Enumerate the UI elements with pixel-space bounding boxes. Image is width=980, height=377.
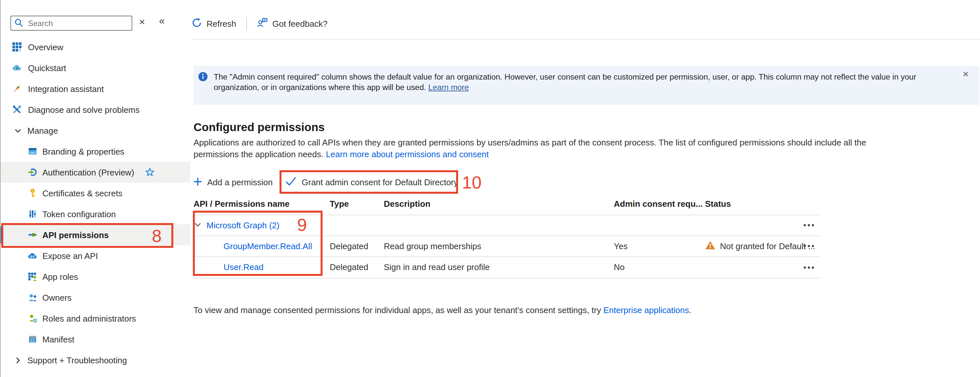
sidebar-collapse-icon[interactable]: « bbox=[159, 15, 165, 27]
sidebar-item-label: Owners bbox=[42, 292, 72, 302]
chevron-down-icon bbox=[14, 127, 22, 134]
sidebar-group-manage[interactable]: Manage bbox=[1, 120, 190, 141]
sidebar-item-overview[interactable]: Overview bbox=[1, 37, 190, 58]
quickstart-icon bbox=[13, 63, 22, 72]
permissions-consent-link[interactable]: Learn more about permissions and consent bbox=[326, 149, 489, 159]
column-header-api-permissions-name: API / Permissions name bbox=[194, 199, 290, 209]
chevron-right-icon bbox=[14, 356, 22, 364]
sidebar-item-label: API permissions bbox=[42, 230, 109, 240]
sidebar-item-label: Expose an API bbox=[42, 251, 98, 260]
table-row-microsoft-graph[interactable]: Microsoft Graph (2) ••• bbox=[194, 215, 820, 235]
sidebar-item-label: Manifest bbox=[42, 334, 74, 344]
banner-learn-more-link[interactable]: Learn more bbox=[428, 83, 469, 92]
column-header-type: Type bbox=[330, 199, 349, 209]
search-input[interactable] bbox=[10, 16, 132, 31]
grant-admin-consent-button[interactable]: Grant admin consent for Default Director… bbox=[280, 171, 458, 194]
sidebar-item-manifest[interactable]: {} Manifest bbox=[1, 329, 190, 350]
sidebar-item-token-configuration[interactable]: Token configuration bbox=[1, 203, 190, 224]
svg-text:www: www bbox=[30, 151, 35, 154]
sidebar-item-branding-properties[interactable]: www Branding & properties bbox=[1, 141, 190, 162]
sidebar-nav: Overview Quickstart Integration assistan… bbox=[1, 37, 190, 371]
permission-description: Sign in and read user profile bbox=[384, 262, 490, 272]
refresh-label: Refresh bbox=[207, 19, 236, 29]
sidebar-item-authentication[interactable]: Authentication (Preview) bbox=[1, 162, 190, 183]
api-name-link[interactable]: Microsoft Graph (2) bbox=[207, 220, 280, 230]
feedback-label: Got feedback? bbox=[272, 19, 328, 29]
enterprise-applications-link[interactable]: Enterprise applications bbox=[603, 305, 689, 315]
got-feedback-button[interactable]: Got feedback? bbox=[257, 17, 328, 31]
annotation-number-9: 9 bbox=[297, 215, 307, 235]
permission-name-link[interactable]: User.Read bbox=[223, 262, 264, 272]
favorite-star-icon[interactable] bbox=[145, 168, 154, 179]
checkmark-icon bbox=[285, 177, 296, 188]
refresh-button[interactable]: Refresh bbox=[192, 17, 236, 31]
sidebar-item-label: Roles and administrators bbox=[42, 313, 136, 323]
cloud-gear-icon bbox=[28, 251, 37, 260]
sidebar-item-label: Overview bbox=[28, 42, 63, 52]
overview-icon bbox=[13, 42, 22, 51]
sliders-icon bbox=[28, 209, 37, 219]
permission-description: Read group memberships bbox=[384, 241, 481, 251]
annotation-number-8: 8 bbox=[152, 226, 162, 246]
sidebar-item-roles-and-administrators[interactable]: Roles and administrators bbox=[1, 308, 190, 329]
grant-admin-consent-label: Grant admin consent for Default Director… bbox=[302, 177, 458, 187]
sidebar-item-diagnose-and-solve-problems[interactable]: Diagnose and solve problems bbox=[1, 99, 190, 120]
sidebar-item-label: Integration assistant bbox=[28, 84, 104, 94]
sidebar-item-label: Diagnose and solve problems bbox=[28, 105, 140, 115]
column-header-description: Description bbox=[384, 199, 430, 209]
people-icon bbox=[28, 293, 37, 302]
sidebar-item-app-roles[interactable]: App roles bbox=[1, 266, 190, 287]
permissions-table: API / Permissions name Type Description … bbox=[194, 198, 820, 278]
banner-close-icon[interactable]: ✕ bbox=[963, 70, 969, 79]
browser-icon: www bbox=[28, 147, 37, 156]
banner-message: The "Admin consent required" column show… bbox=[214, 72, 916, 92]
table-row-groupmember-read-all[interactable]: GroupMember.Read.All Delegated Read grou… bbox=[194, 235, 820, 256]
sidebar-item-label: Quickstart bbox=[28, 63, 66, 73]
footer-suffix: . bbox=[689, 305, 691, 315]
code-braces-icon: {} bbox=[28, 335, 37, 344]
sidebar-item-certificates-secrets[interactable]: Certificates & secrets bbox=[1, 183, 190, 203]
section-description: Applications are authorized to call APIs… bbox=[194, 137, 875, 160]
rocket-icon bbox=[13, 84, 22, 93]
sidebar-item-quickstart[interactable]: Quickstart bbox=[1, 58, 190, 78]
search-clear-icon[interactable]: ✕ bbox=[139, 18, 145, 27]
add-permission-label: Add a permission bbox=[207, 177, 273, 187]
row-expand-chevron-icon[interactable] bbox=[194, 220, 201, 230]
footer-note: To view and manage consented permissions… bbox=[194, 305, 691, 315]
sidebar: ✕ « Overview Quickstart Integration assi… bbox=[1, 0, 190, 377]
sidebar-item-owners[interactable]: Owners bbox=[1, 287, 190, 308]
row-context-menu-button[interactable]: ••• bbox=[803, 235, 820, 256]
plus-icon bbox=[194, 177, 202, 187]
footer-text: To view and manage consented permissions… bbox=[194, 305, 603, 315]
table-divider bbox=[194, 278, 820, 278]
sidebar-item-expose-an-api[interactable]: Expose an API bbox=[1, 245, 190, 266]
permission-type: Delegated bbox=[330, 262, 369, 272]
refresh-icon bbox=[192, 18, 202, 30]
search-icon bbox=[14, 18, 24, 30]
sidebar-search bbox=[10, 16, 132, 31]
key-icon bbox=[28, 188, 37, 198]
annotation-number-10: 10 bbox=[462, 173, 482, 193]
sidebar-item-label: Token configuration bbox=[42, 209, 116, 219]
sidebar-item-api-permissions[interactable]: API permissions bbox=[1, 224, 190, 245]
sidebar-group-support-troubleshooting[interactable]: Support + Troubleshooting bbox=[1, 350, 190, 371]
permission-type: Delegated bbox=[330, 241, 369, 251]
permission-name-link[interactable]: GroupMember.Read.All bbox=[223, 241, 312, 251]
info-banner: The "Admin consent required" column show… bbox=[194, 66, 979, 105]
person-cube-icon bbox=[28, 314, 37, 323]
toolbar-divider bbox=[246, 17, 247, 31]
banner-text: The "Admin consent required" column show… bbox=[214, 72, 950, 93]
sidebar-group-label: Support + Troubleshooting bbox=[27, 355, 127, 365]
row-context-menu-button[interactable]: ••• bbox=[803, 215, 820, 235]
authentication-icon bbox=[28, 168, 37, 177]
sidebar-item-integration-assistant[interactable]: Integration assistant bbox=[1, 78, 190, 99]
section-description-text: Applications are authorized to call APIs… bbox=[194, 137, 866, 159]
info-icon bbox=[198, 72, 208, 84]
tools-icon bbox=[13, 105, 22, 114]
row-context-menu-button[interactable]: ••• bbox=[803, 256, 820, 278]
add-permission-button[interactable]: Add a permission bbox=[194, 171, 273, 194]
warning-icon bbox=[705, 240, 716, 251]
table-row-user-read[interactable]: User.Read Delegated Sign in and read use… bbox=[194, 256, 820, 278]
status-text: Not granted for Default ... bbox=[720, 241, 815, 251]
sidebar-item-label: Authentication (Preview) bbox=[42, 167, 134, 177]
